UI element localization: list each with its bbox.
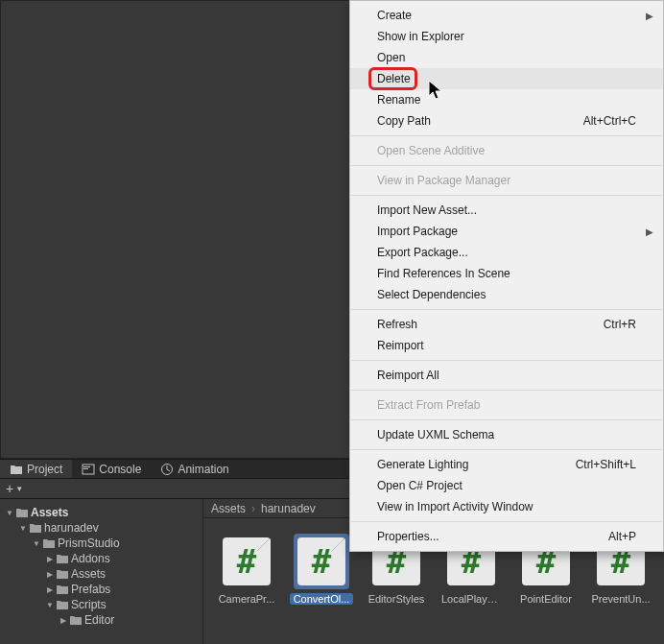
chevron-right-icon: ▶	[646, 227, 653, 237]
menu-item-update-uxml-schema[interactable]: Update UXML Schema	[350, 424, 663, 445]
menu-label: Open Scene Additive	[377, 144, 485, 157]
script-icon: #	[297, 537, 345, 585]
menu-label: Open C# Project	[377, 479, 462, 492]
menu-label: Rename	[377, 93, 420, 107]
foldout-closed-icon[interactable]: ▶	[44, 555, 56, 563]
breadcrumb-item[interactable]: harunadev	[261, 502, 316, 515]
foldout-open-icon[interactable]: ▼	[17, 524, 29, 533]
console-icon	[82, 463, 95, 476]
menu-label: Refresh	[377, 318, 417, 331]
tree-label: harunadev	[44, 521, 99, 535]
chevron-right-icon: ›	[251, 502, 255, 515]
menu-item-delete[interactable]: Delete	[350, 68, 663, 89]
menu-item-reimport[interactable]: Reimport	[350, 335, 663, 356]
svg-rect-1	[83, 466, 90, 467]
asset-label: PreventUn...	[589, 593, 652, 605]
foldout-open-icon[interactable]: ▼	[31, 539, 42, 548]
asset-thumbnail: #	[219, 534, 274, 589]
menu-item-view-in-import-activity-window[interactable]: View in Import Activity Window	[350, 496, 663, 517]
menu-label: Show in Explorer	[377, 30, 464, 43]
context-menu: Create▶Show in ExplorerOpenDeleteRenameC…	[349, 0, 664, 552]
tab-console[interactable]: Console	[72, 460, 151, 478]
menu-item-find-references-in-scene[interactable]: Find References In Scene	[350, 263, 663, 284]
menu-separator	[351, 521, 662, 522]
asset-label: CameraPr...	[215, 593, 278, 605]
folder-icon	[56, 599, 69, 610]
menu-label: Extract From Prefab	[377, 398, 480, 412]
menu-item-properties[interactable]: Properties...Alt+P	[350, 526, 663, 547]
menu-item-reimport-all[interactable]: Reimport All	[350, 365, 663, 386]
menu-label: Select Dependencies	[377, 288, 486, 301]
menu-item-copy-path[interactable]: Copy PathAlt+Ctrl+C	[350, 110, 663, 131]
menu-label: Delete	[377, 72, 411, 85]
menu-item-open[interactable]: Open	[350, 47, 663, 68]
folder-icon	[15, 507, 29, 518]
folder-icon	[69, 614, 83, 626]
chevron-right-icon: ▶	[646, 11, 653, 21]
tree-label: Assets	[71, 567, 106, 581]
tab-project[interactable]: Project	[0, 460, 72, 478]
menu-label: Export Package...	[377, 246, 468, 259]
asset-label: PointEditor	[514, 593, 578, 605]
menu-item-export-package[interactable]: Export Package...	[350, 242, 663, 263]
asset-label: EditorStyles	[365, 593, 428, 605]
asset-label: ConvertOl...	[290, 593, 353, 605]
tree-item[interactable]: ▶Assets	[0, 566, 202, 582]
menu-label: Generate Lighting	[377, 458, 468, 471]
menu-separator	[351, 165, 662, 166]
project-tree[interactable]: ▼ Assets ▼harunadev▼PrismStudio▶Addons▶A…	[0, 499, 203, 644]
asset-tile[interactable]: #ConvertOl...	[290, 534, 353, 605]
tree-label: PrismStudio	[58, 537, 120, 550]
plus-icon: +	[6, 481, 13, 496]
foldout-closed-icon[interactable]: ▶	[44, 570, 56, 579]
menu-separator	[351, 419, 662, 420]
menu-shortcut: Ctrl+Shift+L	[576, 458, 636, 471]
menu-separator	[351, 309, 662, 310]
menu-item-create[interactable]: Create▶	[350, 5, 663, 26]
foldout-closed-icon[interactable]: ▶	[44, 585, 56, 594]
menu-label: Open	[377, 51, 405, 64]
menu-item-select-dependencies[interactable]: Select Dependencies	[350, 284, 663, 305]
menu-item-refresh[interactable]: RefreshCtrl+R	[350, 314, 663, 335]
menu-shortcut: Alt+P	[608, 530, 636, 543]
foldout-closed-icon[interactable]: ▶	[58, 616, 69, 625]
foldout-open-icon[interactable]: ▼	[4, 509, 15, 517]
tree-root[interactable]: ▼ Assets	[0, 505, 202, 520]
animation-icon	[160, 463, 174, 476]
folder-icon	[56, 553, 69, 564]
menu-item-open-c-project[interactable]: Open C# Project	[350, 475, 663, 496]
foldout-open-icon[interactable]: ▼	[44, 601, 56, 609]
tree-label: Assets	[31, 506, 68, 519]
tab-label: Console	[99, 463, 141, 476]
menu-label: Copy Path	[377, 114, 431, 128]
folder-icon	[42, 537, 56, 549]
tree-item[interactable]: ▼Scripts	[0, 597, 202, 612]
tree-item[interactable]: ▶Prefabs	[0, 582, 202, 597]
menu-separator	[351, 195, 662, 196]
tree-item[interactable]: ▼harunadev	[0, 520, 202, 536]
tree-label: Scripts	[71, 598, 107, 611]
asset-tile[interactable]: #CameraPr...	[215, 534, 278, 605]
add-button[interactable]: + ▼	[6, 481, 23, 496]
menu-label: Import Package	[377, 225, 458, 238]
tree-item[interactable]: ▶Editor	[0, 612, 202, 628]
menu-label: Update UXML Schema	[377, 428, 494, 441]
tree-label: Editor	[84, 613, 114, 627]
menu-label: Properties...	[377, 530, 439, 543]
project-icon	[10, 463, 23, 476]
breadcrumb-item[interactable]: Assets	[211, 502, 246, 515]
menu-label: Import New Asset...	[377, 203, 477, 217]
menu-item-rename[interactable]: Rename	[350, 89, 663, 110]
tree-item[interactable]: ▶Addons	[0, 551, 202, 566]
menu-item-import-new-asset[interactable]: Import New Asset...	[350, 200, 663, 221]
folder-icon	[56, 584, 69, 595]
menu-item-import-package[interactable]: Import Package▶	[350, 221, 663, 242]
tab-animation[interactable]: Animation	[151, 460, 238, 478]
folder-icon	[29, 522, 42, 534]
menu-separator	[351, 135, 662, 136]
menu-item-generate-lighting[interactable]: Generate LightingCtrl+Shift+L	[350, 454, 663, 475]
tree-label: Prefabs	[71, 583, 110, 596]
menu-label: Reimport All	[377, 369, 439, 382]
menu-item-show-in-explorer[interactable]: Show in Explorer	[350, 26, 663, 47]
tree-item[interactable]: ▼PrismStudio	[0, 536, 202, 551]
